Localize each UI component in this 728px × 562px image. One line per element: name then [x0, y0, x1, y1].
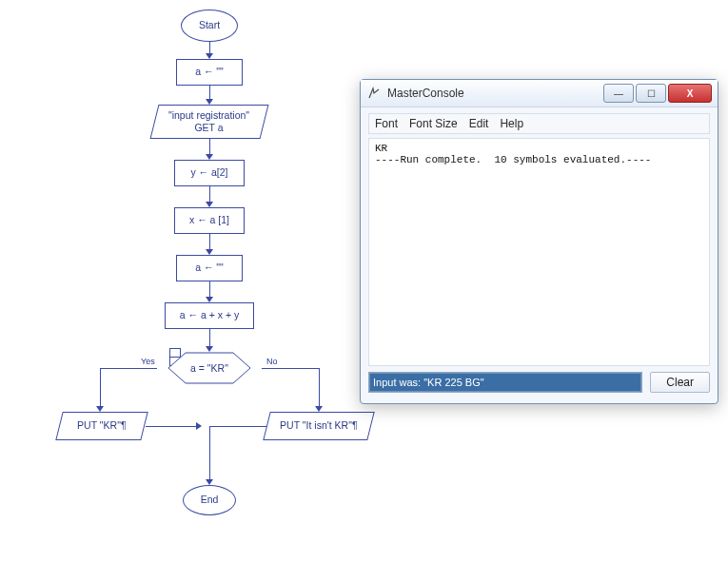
menu-font[interactable]: Font	[375, 117, 398, 130]
node-y-assign: y ← a[2]	[174, 160, 245, 186]
window-title: MasterConsole	[387, 87, 601, 100]
node-concat: a ← a + x + y	[165, 302, 254, 329]
node-put-true: PUT "KR"¶	[55, 412, 148, 440]
minimize-icon: —	[614, 88, 623, 99]
node-start: Start	[181, 10, 238, 42]
close-icon: X	[687, 88, 694, 99]
label-decision: a = "KR"	[190, 362, 228, 374]
maximize-icon: ☐	[647, 88, 656, 99]
titlebar[interactable]: MasterConsole — ☐ X	[361, 80, 718, 107]
label-input: "input registration" GET a	[168, 109, 249, 134]
label-end: End	[201, 494, 219, 506]
menubar: Font Font Size Edit Help	[368, 113, 710, 134]
clear-button[interactable]: Clear	[650, 372, 710, 393]
node-clear-a: a ← ""	[176, 255, 243, 281]
maximize-button[interactable]: ☐	[636, 84, 666, 103]
node-input: "input registration" GET a	[150, 105, 269, 139]
masterconsole-window: MasterConsole — ☐ X Font Font Size Edit …	[360, 79, 718, 404]
label-yes: Yes	[141, 357, 155, 366]
label-put-false: PUT "It isn't KR"¶	[280, 419, 357, 432]
node-put-false: PUT "It isn't KR"¶	[263, 412, 374, 440]
label-clear-a: a ← ""	[195, 262, 224, 274]
app-icon	[366, 86, 382, 101]
menu-help[interactable]: Help	[500, 117, 523, 130]
label-init-a: a ← ""	[195, 66, 224, 78]
node-x-assign: x ← a [1]	[174, 207, 245, 234]
menu-fontsize[interactable]: Font Size	[409, 117, 458, 130]
label-concat: a ← a + x + y	[180, 309, 239, 321]
label-start: Start	[199, 19, 220, 31]
console-output[interactable]: KR ----Run complete. 10 symbols evaluate…	[368, 138, 710, 366]
console-line-1: KR	[375, 143, 387, 154]
console-line-2: ----Run complete. 10 symbols evaluated.-…	[375, 154, 651, 165]
flowchart: Start a ← "" "input registration" GET a …	[67, 10, 362, 556]
menu-edit[interactable]: Edit	[469, 117, 489, 130]
close-button[interactable]: X	[668, 84, 712, 103]
label-no: No	[266, 357, 278, 366]
console-input[interactable]: Input was: "KR 225 BG"	[368, 372, 642, 393]
node-init-a: a ← ""	[176, 59, 243, 86]
label-y-assign: y ← a[2]	[190, 166, 227, 179]
console-input-value: Input was: "KR 225 BG"	[373, 377, 484, 388]
label-x-assign: x ← a [1]	[189, 214, 229, 226]
minimize-button[interactable]: —	[603, 84, 634, 103]
node-end: End	[183, 485, 236, 515]
clear-label: Clear	[666, 376, 694, 389]
label-put-true: PUT "KR"¶	[77, 419, 126, 432]
node-decision: a = "KR"	[157, 352, 262, 384]
